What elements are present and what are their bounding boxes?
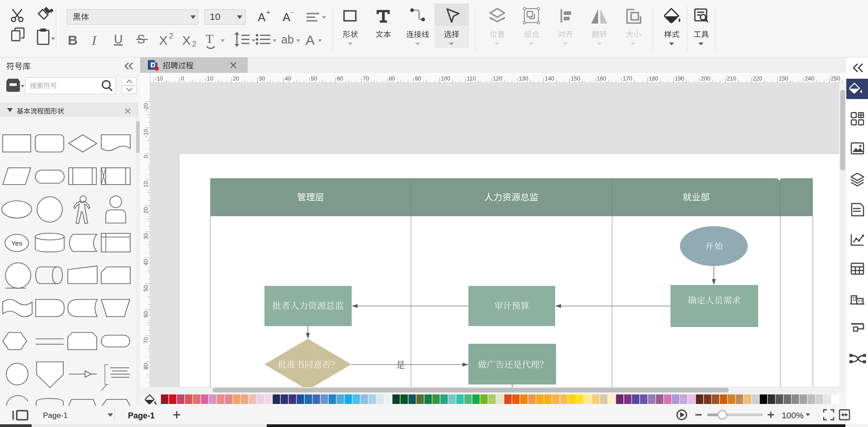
svg-text:80: 80	[143, 363, 149, 370]
svg-text:ab: ab	[281, 33, 294, 46]
svg-text:170: 170	[623, 76, 632, 82]
svg-text:60: 60	[143, 311, 149, 318]
svg-text:130: 130	[519, 76, 528, 82]
svg-text:-: -	[291, 8, 293, 16]
svg-text:240: 240	[805, 76, 814, 82]
svg-text:230: 230	[779, 76, 788, 82]
svg-text:60: 60	[337, 76, 343, 82]
svg-text:30: 30	[143, 233, 149, 239]
svg-text:50: 50	[143, 285, 149, 291]
svg-text:40: 40	[143, 259, 149, 266]
svg-text:X: X	[182, 33, 191, 47]
svg-text:100%: 100%	[782, 411, 804, 420]
svg-text:+: +	[266, 8, 270, 16]
svg-text:70: 70	[363, 76, 369, 82]
svg-text:-10: -10	[143, 129, 149, 137]
svg-text:A: A	[283, 10, 291, 24]
svg-text:2: 2	[169, 32, 173, 40]
svg-text:140: 140	[545, 76, 554, 82]
svg-text:U: U	[114, 33, 123, 46]
svg-text:120: 120	[493, 76, 502, 82]
svg-text:10: 10	[207, 76, 213, 82]
svg-text:80: 80	[389, 76, 395, 82]
svg-text:180: 180	[649, 76, 658, 82]
svg-text:110: 110	[467, 76, 476, 82]
svg-text:210: 210	[727, 76, 736, 82]
svg-text:250: 250	[831, 76, 840, 82]
svg-text:0: 0	[181, 76, 184, 82]
svg-text:200: 200	[701, 76, 710, 82]
svg-text:90: 90	[415, 76, 421, 82]
svg-text:50: 50	[311, 76, 317, 82]
svg-text:70: 70	[143, 337, 149, 343]
svg-text:-10: -10	[155, 76, 163, 82]
svg-text:100: 100	[441, 76, 450, 82]
svg-text:Page-1: Page-1	[43, 411, 68, 420]
svg-text:Page-1: Page-1	[128, 411, 155, 420]
svg-text:Yes: Yes	[11, 239, 22, 247]
svg-text:150: 150	[571, 76, 580, 82]
svg-text:B: B	[68, 33, 78, 47]
svg-text:0: 0	[143, 155, 149, 158]
svg-text:30: 30	[259, 76, 265, 82]
svg-text:40: 40	[285, 76, 291, 82]
svg-text:20: 20	[233, 76, 239, 82]
svg-text:10: 10	[210, 11, 220, 22]
svg-text:160: 160	[597, 76, 606, 82]
svg-text:X: X	[159, 33, 168, 47]
svg-text:220: 220	[753, 76, 762, 82]
svg-text:A: A	[258, 10, 266, 24]
svg-text:20: 20	[143, 207, 149, 214]
svg-text:A: A	[306, 33, 315, 47]
svg-text:2: 2	[192, 40, 196, 48]
svg-text:10: 10	[143, 181, 149, 187]
svg-text:190: 190	[675, 76, 684, 82]
svg-text:T: T	[206, 32, 213, 46]
svg-text:-20: -20	[143, 103, 149, 111]
